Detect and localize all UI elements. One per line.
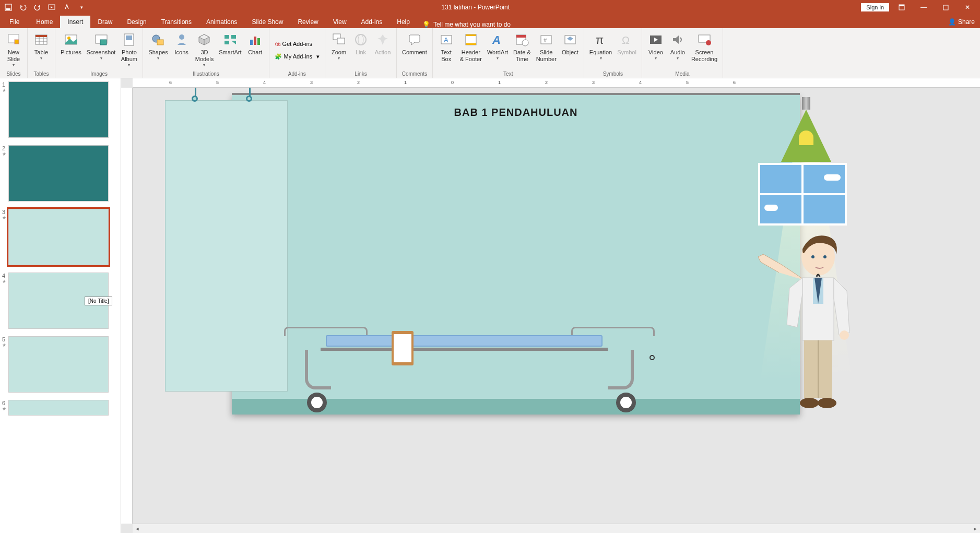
svg-point-53 [811, 255, 814, 258]
chart-icon [247, 31, 264, 48]
close-icon[interactable]: ✕ [958, 2, 977, 13]
action-icon [374, 31, 391, 48]
chart-button[interactable]: Chart [245, 30, 266, 57]
minimize-icon[interactable]: — [914, 2, 933, 13]
slide-thumbnail-1[interactable] [8, 81, 109, 138]
thumb-num-2: 2 [2, 145, 6, 151]
scroll-left-icon[interactable]: ◄ [133, 524, 142, 533]
tab-slideshow[interactable]: Slide Show [244, 16, 290, 28]
tell-me-search[interactable]: 💡 Tell me what you want to do [422, 21, 511, 28]
svg-rect-4 [899, 5, 904, 6]
date-time-button[interactable]: Date & Time [511, 30, 533, 64]
zoom-button[interactable]: Zoom▾ [328, 30, 349, 62]
group-addins-label: Add-ins [273, 70, 322, 77]
tab-design[interactable]: Design [120, 16, 154, 28]
tab-insert[interactable]: Insert [60, 16, 90, 28]
svg-text:Ω: Ω [622, 34, 630, 46]
equation-icon: π [593, 31, 609, 48]
svg-rect-21 [157, 40, 163, 45]
scroll-right-icon[interactable]: ► [971, 524, 980, 533]
screenshot-icon [93, 31, 110, 48]
slide-thumbnail-5[interactable] [8, 336, 109, 393]
redo-icon[interactable] [32, 2, 43, 13]
undo-icon[interactable] [18, 2, 28, 13]
svg-point-22 [179, 34, 184, 40]
touch-mouse-icon[interactable] [62, 2, 72, 13]
tab-transitions[interactable]: Transitions [154, 16, 199, 28]
svg-point-33 [358, 34, 363, 45]
audio-icon [669, 31, 686, 48]
tab-home[interactable]: Home [29, 16, 60, 28]
vertical-ruler[interactable] [121, 88, 133, 524]
cube-icon [196, 31, 212, 48]
group-text-label: Text [436, 70, 581, 77]
header-footer-button[interactable]: Header & Footer [458, 30, 484, 64]
tab-addins[interactable]: Add-ins [354, 16, 390, 28]
group-symbols-label: Symbols [587, 70, 639, 77]
text-box-button[interactable]: A Text Box [436, 30, 457, 64]
slide-thumbnail-2[interactable] [8, 145, 109, 202]
tab-review[interactable]: Review [290, 16, 325, 28]
pictures-button[interactable]: Pictures [58, 30, 84, 57]
ribbon-tabs: File Home Insert Draw Design Transitions… [0, 15, 980, 28]
maximize-icon[interactable] [936, 2, 955, 13]
slide-number-button[interactable]: # Slide Number [534, 30, 559, 64]
3d-models-button[interactable]: 3D Models▾ [193, 30, 216, 68]
ribbon-display-icon[interactable] [892, 2, 911, 13]
horizontal-scrollbar[interactable]: ◄ ► [133, 524, 980, 533]
symbol-icon: Ω [619, 31, 635, 48]
svg-rect-31 [337, 38, 345, 44]
get-addins-button[interactable]: 🛍Get Add-ins [273, 40, 314, 48]
slide-thumbnail-3[interactable] [8, 209, 109, 265]
slide-thumbnail-panel[interactable]: 1★ 2★ 3★ 4★ [No Title] 5★ 6★ [0, 78, 121, 533]
action-button: Action [372, 30, 393, 57]
video-button[interactable]: Video▾ [645, 30, 666, 62]
audio-button[interactable]: Audio▾ [667, 30, 688, 62]
svg-point-32 [356, 34, 366, 45]
object-button[interactable]: Object [560, 30, 581, 57]
my-addins-button[interactable]: 🧩My Add-ins▾ [273, 52, 322, 61]
svg-point-54 [823, 255, 826, 258]
screenshot-button[interactable]: Screenshot▾ [85, 30, 118, 62]
signin-button[interactable]: Sign in [861, 3, 889, 11]
shapes-button[interactable]: Shapes▾ [146, 30, 170, 62]
svg-text:#: # [544, 37, 547, 43]
tab-animations[interactable]: Animations [199, 16, 244, 28]
tab-help[interactable]: Help [389, 16, 417, 28]
svg-rect-27 [250, 40, 253, 45]
icons-button[interactable]: Icons [171, 30, 192, 57]
share-button[interactable]: 👤 Share [943, 16, 980, 28]
comment-icon [406, 31, 423, 48]
table-button[interactable]: Table▾ [31, 30, 52, 62]
equation-button[interactable]: π Equation▾ [587, 30, 614, 62]
screen-recording-button[interactable]: Screen Recording [689, 30, 719, 64]
group-media-label: Media [645, 70, 719, 77]
icons-icon [173, 31, 190, 48]
save-icon[interactable] [3, 2, 14, 13]
pictures-icon [63, 31, 79, 48]
quick-access-toolbar: ▾ [0, 2, 90, 13]
comment-button[interactable]: Comment [400, 30, 429, 57]
tab-file[interactable]: File [0, 16, 29, 28]
tab-view[interactable]: View [326, 16, 354, 28]
start-from-beginning-icon[interactable] [47, 2, 57, 13]
slide-thumbnail-6[interactable] [8, 400, 109, 416]
thumb-num-3: 3 [2, 209, 6, 215]
clipboard-art [392, 331, 414, 365]
new-slide-button[interactable]: New Slide▾ [3, 30, 24, 68]
wordart-icon: A [489, 31, 506, 48]
smartart-button[interactable]: SmartArt [217, 30, 243, 57]
group-images-label: Images [58, 70, 139, 77]
wordart-button[interactable]: A WordArt▾ [485, 30, 510, 62]
slide-title-text[interactable]: BAB 1 PENDAHULUAN [454, 106, 577, 119]
slide-canvas-area[interactable]: BAB 1 PENDAHULUAN [133, 88, 980, 524]
svg-point-61 [840, 330, 849, 340]
qat-customize-arrow[interactable]: ▾ [76, 2, 87, 13]
screen-recording-icon [696, 31, 713, 48]
photo-album-button[interactable]: Photo Album▾ [119, 30, 139, 68]
slide-canvas[interactable]: BAB 1 PENDAHULUAN [232, 95, 800, 414]
tab-draw[interactable]: Draw [90, 16, 120, 28]
window-title: 131 latihan - PowerPoint [90, 4, 861, 11]
thumb-num-5: 5 [2, 336, 6, 342]
horizontal-ruler[interactable]: 6 5 4 3 2 1 0 1 2 3 4 5 6 [133, 78, 980, 88]
